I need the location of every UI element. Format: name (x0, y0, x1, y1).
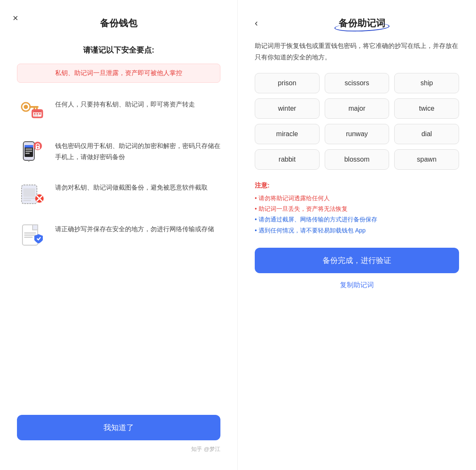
svg-rect-8 (34, 113, 36, 115)
phone-lock-icon (17, 137, 47, 167)
notes-list: • 请勿将助记词透露给任何人• 助记词一旦丢失，资产将无法恢复• 请勿通过截屏、… (255, 193, 459, 236)
confirm-button-left[interactable]: 我知道了 (17, 415, 220, 440)
watermark-left: 知乎 @梦江 (17, 445, 220, 453)
svg-rect-26 (23, 200, 31, 201)
mnemonic-description: 助记词用于恢复钱包或重置钱包密码，将它准确的抄写在纸上，并存放在只有你知道的安全… (255, 40, 459, 63)
svg-rect-16 (25, 148, 32, 150)
notes-list-item: • 请勿通过截屏、网络传输的方式进行备份保存 (255, 214, 459, 225)
warning-banner: 私钥、助记词一旦泄露，资产即可被他人掌控 (17, 64, 220, 83)
notes-title: 注意: (255, 182, 459, 190)
tip-item-screenshot: 请勿对私钥、助记词做截图备份，避免被恶意软件截取 (17, 179, 220, 208)
right-panel: ‹ 备份助记词 助记词用于恢复钱包或重置钱包密码，将它准确的抄写在纸上，并存放在… (238, 0, 476, 470)
paper-backup-icon (17, 220, 47, 250)
tip-item-key: 任何人，只要持有私钥、助记词，即可将资产转走 (17, 95, 220, 125)
mnemonic-word-cell: winter (255, 98, 320, 119)
mnemonic-word-cell: spawn (394, 149, 459, 170)
mnemonic-word-cell: prison (255, 73, 320, 93)
svg-rect-31 (33, 225, 38, 230)
svg-rect-2 (29, 106, 39, 108)
tip-item-paper: 请正确抄写并保存在安全的地方，勿进行网络传输或存储 (17, 220, 220, 250)
svg-rect-22 (37, 147, 39, 148)
notes-list-item: • 遇到任何情况，请不要轻易卸载钱包 App (255, 225, 459, 236)
key-wallet-icon (17, 95, 47, 125)
mnemonic-word-cell: ship (394, 73, 459, 93)
svg-point-1 (24, 105, 28, 109)
mnemonic-word-cell: blossom (325, 149, 390, 170)
svg-rect-17 (25, 151, 32, 152)
mnemonic-grid: prisonscissorsshipwintermajortwicemiracl… (255, 73, 459, 170)
mnemonic-word-cell: dial (394, 124, 459, 144)
svg-rect-15 (25, 145, 33, 148)
back-button[interactable]: ‹ (255, 18, 258, 29)
svg-rect-33 (24, 235, 36, 236)
svg-rect-18 (25, 153, 30, 154)
svg-rect-25 (23, 198, 35, 199)
notes-list-item: • 助记词一旦丢失，资产将无法恢复 (255, 204, 459, 214)
svg-rect-10 (39, 113, 41, 115)
svg-rect-12 (36, 115, 38, 116)
left-subtitle: 请谨记以下安全要点: (17, 45, 220, 55)
notes-list-item: • 请勿将助记词透露给任何人 (255, 193, 459, 204)
svg-rect-7 (33, 111, 42, 112)
svg-point-19 (28, 160, 30, 162)
svg-rect-32 (24, 232, 36, 234)
tip-key-text: 任何人，只要持有私钥、助记词，即可将资产转走 (55, 95, 195, 110)
right-title: 备份助记词 (339, 17, 385, 30)
right-header: ‹ 备份助记词 (255, 17, 459, 30)
tip-paper-text: 请正确抄写并保存在安全的地方，勿进行网络传输或存储 (55, 220, 214, 235)
mnemonic-word-cell: twice (394, 98, 459, 119)
confirm-button-right[interactable]: 备份完成，进行验证 (255, 248, 459, 273)
close-button[interactable]: × (13, 13, 18, 24)
tip-item-phone: 钱包密码仅用于私钥、助记词的加密和解密，密码只存储在手机上，请做好密码备份 (17, 137, 220, 167)
left-title: 备份钱包 (17, 17, 220, 30)
svg-rect-11 (34, 115, 36, 116)
copy-mnemonic-link[interactable]: 复制助记词 (255, 281, 459, 290)
tip-screenshot-text: 请勿对私钥、助记词做截图备份，避免被恶意软件截取 (55, 179, 208, 193)
svg-rect-24 (23, 188, 35, 197)
notes-section: 注意: • 请勿将助记词透露给任何人• 助记词一旦丢失，资产将无法恢复• 请勿通… (255, 182, 459, 236)
mnemonic-word-cell: miracle (255, 124, 320, 144)
mnemonic-word-cell: major (325, 98, 390, 119)
left-panel: × 备份钱包 请谨记以下安全要点: 私钥、助记词一旦泄露，资产即可被他人掌控 (0, 0, 238, 470)
svg-rect-9 (36, 113, 38, 115)
svg-rect-34 (24, 237, 33, 238)
mnemonic-word-cell: runway (325, 124, 390, 144)
mnemonic-word-cell: scissors (325, 73, 390, 93)
right-title-wrap: 备份助记词 (264, 17, 459, 30)
screenshot-ban-icon (17, 179, 47, 208)
tip-phone-text: 钱包密码仅用于私钥、助记词的加密和解密，密码只存储在手机上，请做好密码备份 (55, 137, 220, 162)
mnemonic-word-cell: rabbit (255, 149, 320, 170)
